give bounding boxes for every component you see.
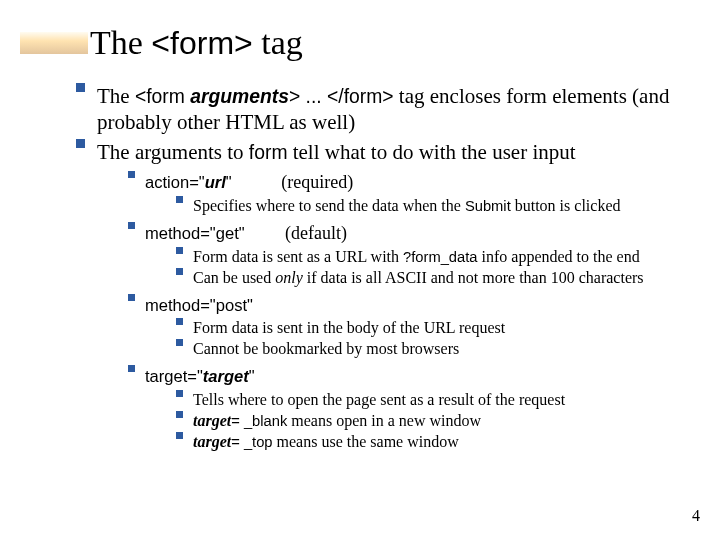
- text: Cannot be bookmarked by most browsers: [193, 339, 720, 359]
- list-item: Cannot be bookmarked by most browsers: [176, 339, 720, 359]
- bullets-level1: The <form arguments> ... </form> tag enc…: [76, 83, 720, 166]
- text: Form data is sent in the body of the URL…: [193, 318, 720, 338]
- bullet-icon: [76, 83, 85, 92]
- list-item: Can be used only if data is all ASCII an…: [176, 268, 720, 288]
- bullet-icon: [176, 196, 183, 203]
- bullets-level3: Form data is sent as a URL with ?form_da…: [176, 247, 720, 288]
- bullet-icon: [128, 365, 135, 372]
- list-item: The arguments to form tell what to do wi…: [76, 139, 720, 165]
- text-code-arg: arguments: [190, 86, 289, 107]
- bullet-icon: [176, 318, 183, 325]
- text-code-arg: target: [203, 367, 249, 386]
- text-note: (required): [281, 172, 353, 192]
- text: Can be used: [193, 269, 275, 286]
- text-code: Submit: [465, 198, 511, 214]
- text-code: <form: [135, 86, 190, 107]
- text: means open in a new window: [287, 412, 481, 429]
- bullet-icon: [176, 411, 183, 418]
- bullets-level3: Specifies where to send the data when th…: [176, 196, 720, 216]
- list-item: method="get" (default): [128, 222, 720, 245]
- list-item: Specifies where to send the data when th…: [176, 196, 720, 216]
- title-text-pre: The: [90, 24, 151, 61]
- slide-number: 4: [692, 506, 700, 526]
- bullets-level2: target="target": [128, 365, 720, 388]
- bullet-icon: [176, 268, 183, 275]
- list-item: Form data is sent in the body of the URL…: [176, 318, 720, 338]
- text: Form data is sent as a URL with: [193, 248, 403, 265]
- list-item: target= _top means use the same window: [176, 432, 720, 452]
- text-code: = _top: [231, 434, 272, 450]
- text-code: action=": [145, 173, 205, 192]
- bullets-level2: method="post": [128, 294, 720, 317]
- list-item: action="url" (required): [128, 171, 720, 194]
- list-item: target="target": [128, 365, 720, 388]
- text-code-arg: url: [205, 173, 226, 192]
- text-code: ?form_data: [403, 249, 477, 265]
- bullets-level3: Tells where to open the page sent as a r…: [176, 390, 720, 452]
- text-code: > ... </form>: [289, 86, 394, 107]
- text-code: = _blank: [231, 413, 287, 429]
- text-italic: only: [275, 269, 303, 286]
- slide-title: The <form> tag: [0, 0, 720, 65]
- text-note: (default): [285, 223, 347, 243]
- bullet-icon: [128, 171, 135, 178]
- text-code: method="post": [145, 296, 253, 315]
- text-bold-italic: target: [193, 412, 231, 429]
- bullets-level2: method="get" (default): [128, 222, 720, 245]
- text: Specifies where to send the data when th…: [193, 197, 465, 214]
- list-item: The <form arguments> ... </form> tag enc…: [76, 83, 720, 136]
- text-code: ": [249, 367, 255, 386]
- text: The: [97, 84, 135, 108]
- bullets-level3: Form data is sent in the body of the URL…: [176, 318, 720, 359]
- list-item: method="post": [128, 294, 720, 317]
- text: info appended to the end: [478, 248, 640, 265]
- text: button is clicked: [511, 197, 621, 214]
- bullet-icon: [176, 339, 183, 346]
- title-accent-bar: [20, 32, 88, 54]
- text: The arguments to: [97, 140, 249, 164]
- text-code: form: [249, 142, 288, 163]
- bullet-icon: [176, 390, 183, 397]
- text: means use the same window: [273, 433, 459, 450]
- title-code: <form>: [151, 25, 252, 61]
- bullet-icon: [128, 222, 135, 229]
- text: Tells where to open the page sent as a r…: [193, 390, 720, 410]
- text-code: ": [226, 173, 232, 192]
- text-code: target=": [145, 367, 203, 386]
- bullet-icon: [176, 432, 183, 439]
- bullet-icon: [176, 247, 183, 254]
- title-text-post: tag: [253, 24, 303, 61]
- text: if data is all ASCII and not more than 1…: [303, 269, 644, 286]
- text-bold-italic: target: [193, 433, 231, 450]
- bullets-level2: action="url" (required): [128, 171, 720, 194]
- list-item: Tells where to open the page sent as a r…: [176, 390, 720, 410]
- list-item: Form data is sent as a URL with ?form_da…: [176, 247, 720, 267]
- bullet-icon: [128, 294, 135, 301]
- text-code: method="get": [145, 224, 245, 243]
- bullet-icon: [76, 139, 85, 148]
- text: tell what to do with the user input: [287, 140, 575, 164]
- list-item: target= _blank means open in a new windo…: [176, 411, 720, 431]
